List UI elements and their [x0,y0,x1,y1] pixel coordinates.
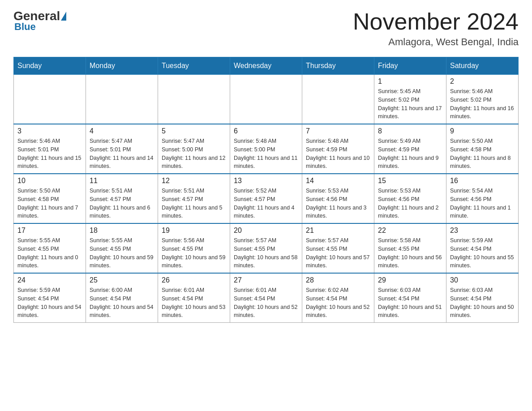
calendar-week-row: 17Sunrise: 5:55 AMSunset: 4:55 PMDayligh… [14,223,519,273]
day-number: 3 [17,127,82,135]
day-info: Sunrise: 5:55 AMSunset: 4:55 PMDaylight:… [90,236,154,270]
day-info: Sunrise: 5:56 AMSunset: 4:55 PMDaylight:… [162,236,226,270]
day-info: Sunrise: 5:59 AMSunset: 4:54 PMDaylight:… [450,236,515,270]
calendar-cell: 6Sunrise: 5:48 AMSunset: 5:00 PMDaylight… [230,124,302,174]
calendar-cell [158,75,230,124]
location-title: Amlagora, West Bengal, India [353,36,519,48]
day-info: Sunrise: 6:02 AMSunset: 4:54 PMDaylight:… [306,286,370,320]
calendar-cell: 29Sunrise: 6:03 AMSunset: 4:54 PMDayligh… [374,273,446,323]
page-header: General Blue November 2024 Amlagora, Wes… [13,9,519,48]
day-info: Sunrise: 5:47 AMSunset: 5:00 PMDaylight:… [162,137,226,171]
day-number: 26 [162,276,226,284]
day-number: 17 [17,227,82,235]
calendar-cell: 19Sunrise: 5:56 AMSunset: 4:55 PMDayligh… [158,223,230,273]
logo-triangle-icon [61,12,66,21]
calendar-cell: 25Sunrise: 6:00 AMSunset: 4:54 PMDayligh… [86,273,158,323]
calendar-cell: 13Sunrise: 5:52 AMSunset: 4:57 PMDayligh… [230,174,302,223]
calendar-cell [302,75,374,124]
day-info: Sunrise: 6:00 AMSunset: 4:54 PMDaylight:… [90,286,154,320]
day-number: 1 [378,77,442,86]
calendar-cell: 27Sunrise: 6:01 AMSunset: 4:54 PMDayligh… [230,273,302,323]
day-info: Sunrise: 5:58 AMSunset: 4:55 PMDaylight:… [378,236,442,270]
calendar-cell: 3Sunrise: 5:46 AMSunset: 5:01 PMDaylight… [14,124,86,174]
day-info: Sunrise: 5:57 AMSunset: 4:55 PMDaylight:… [306,236,370,270]
day-number: 2 [450,77,515,86]
day-number: 30 [450,276,515,284]
calendar-cell: 9Sunrise: 5:50 AMSunset: 4:58 PMDaylight… [446,124,519,174]
calendar-cell [14,75,86,124]
calendar-week-row: 24Sunrise: 5:59 AMSunset: 4:54 PMDayligh… [14,273,519,323]
day-of-week-header: Thursday [302,57,374,75]
day-number: 10 [17,177,82,185]
day-number: 27 [234,276,298,284]
day-number: 11 [90,177,154,185]
day-number: 15 [378,177,442,185]
day-info: Sunrise: 5:47 AMSunset: 5:01 PMDaylight:… [90,137,154,171]
day-number: 23 [450,227,515,235]
calendar-cell: 1Sunrise: 5:45 AMSunset: 5:02 PMDaylight… [374,75,446,124]
calendar-cell: 18Sunrise: 5:55 AMSunset: 4:55 PMDayligh… [86,223,158,273]
day-info: Sunrise: 5:46 AMSunset: 5:02 PMDaylight:… [450,87,515,121]
day-number: 8 [378,127,442,135]
calendar-cell: 21Sunrise: 5:57 AMSunset: 4:55 PMDayligh… [302,223,374,273]
calendar-cell: 11Sunrise: 5:51 AMSunset: 4:57 PMDayligh… [86,174,158,223]
day-info: Sunrise: 5:48 AMSunset: 4:59 PMDaylight:… [306,137,370,171]
month-title: November 2024 [353,9,519,34]
calendar-cell: 24Sunrise: 5:59 AMSunset: 4:54 PMDayligh… [14,273,86,323]
day-info: Sunrise: 6:03 AMSunset: 4:54 PMDaylight:… [450,286,515,320]
day-number: 18 [90,227,154,235]
day-info: Sunrise: 5:53 AMSunset: 4:56 PMDaylight:… [378,187,442,220]
calendar-cell: 28Sunrise: 6:02 AMSunset: 4:54 PMDayligh… [302,273,374,323]
day-info: Sunrise: 5:59 AMSunset: 4:54 PMDaylight:… [17,286,82,320]
day-number: 19 [162,227,226,235]
calendar-cell: 10Sunrise: 5:50 AMSunset: 4:58 PMDayligh… [14,174,86,223]
day-info: Sunrise: 5:52 AMSunset: 4:57 PMDaylight:… [234,187,298,220]
logo: General Blue [13,9,66,33]
day-of-week-header: Tuesday [158,57,230,75]
day-info: Sunrise: 5:57 AMSunset: 4:55 PMDaylight:… [234,236,298,270]
day-info: Sunrise: 5:51 AMSunset: 4:57 PMDaylight:… [162,187,226,220]
day-number: 28 [306,276,370,284]
calendar-cell: 30Sunrise: 6:03 AMSunset: 4:54 PMDayligh… [446,273,519,323]
day-of-week-header: Wednesday [230,57,302,75]
calendar-cell: 8Sunrise: 5:49 AMSunset: 4:59 PMDaylight… [374,124,446,174]
day-info: Sunrise: 5:50 AMSunset: 4:58 PMDaylight:… [17,187,82,220]
day-info: Sunrise: 5:48 AMSunset: 5:00 PMDaylight:… [234,137,298,171]
day-number: 7 [306,127,370,135]
calendar-cell: 2Sunrise: 5:46 AMSunset: 5:02 PMDaylight… [446,75,519,124]
calendar-cell: 7Sunrise: 5:48 AMSunset: 4:59 PMDaylight… [302,124,374,174]
calendar-table: SundayMondayTuesdayWednesdayThursdayFrid… [13,57,519,323]
day-number: 4 [90,127,154,135]
calendar-cell: 15Sunrise: 5:53 AMSunset: 4:56 PMDayligh… [374,174,446,223]
calendar-cell: 16Sunrise: 5:54 AMSunset: 4:56 PMDayligh… [446,174,519,223]
day-number: 21 [306,227,370,235]
calendar-cell: 5Sunrise: 5:47 AMSunset: 5:00 PMDaylight… [158,124,230,174]
calendar-cell: 20Sunrise: 5:57 AMSunset: 4:55 PMDayligh… [230,223,302,273]
calendar-cell: 17Sunrise: 5:55 AMSunset: 4:55 PMDayligh… [14,223,86,273]
day-number: 13 [234,177,298,185]
day-number: 9 [450,127,515,135]
calendar-cell: 22Sunrise: 5:58 AMSunset: 4:55 PMDayligh… [374,223,446,273]
day-number: 6 [234,127,298,135]
calendar-week-row: 1Sunrise: 5:45 AMSunset: 5:02 PMDaylight… [14,75,519,124]
day-number: 29 [378,276,442,284]
day-info: Sunrise: 5:54 AMSunset: 4:56 PMDaylight:… [450,187,515,220]
calendar-cell: 26Sunrise: 6:01 AMSunset: 4:54 PMDayligh… [158,273,230,323]
day-number: 16 [450,177,515,185]
day-info: Sunrise: 5:51 AMSunset: 4:57 PMDaylight:… [90,187,154,220]
day-info: Sunrise: 5:46 AMSunset: 5:01 PMDaylight:… [17,137,82,171]
day-info: Sunrise: 6:03 AMSunset: 4:54 PMDaylight:… [378,286,442,320]
calendar-cell: 12Sunrise: 5:51 AMSunset: 4:57 PMDayligh… [158,174,230,223]
day-of-week-header: Friday [374,57,446,75]
calendar-header-row: SundayMondayTuesdayWednesdayThursdayFrid… [14,57,519,75]
day-number: 20 [234,227,298,235]
day-info: Sunrise: 6:01 AMSunset: 4:54 PMDaylight:… [234,286,298,320]
day-number: 24 [17,276,82,284]
day-info: Sunrise: 5:49 AMSunset: 4:59 PMDaylight:… [378,137,442,171]
calendar-cell [230,75,302,124]
day-info: Sunrise: 5:45 AMSunset: 5:02 PMDaylight:… [378,87,442,121]
day-number: 22 [378,227,442,235]
day-number: 14 [306,177,370,185]
day-info: Sunrise: 6:01 AMSunset: 4:54 PMDaylight:… [162,286,226,320]
day-of-week-header: Monday [86,57,158,75]
